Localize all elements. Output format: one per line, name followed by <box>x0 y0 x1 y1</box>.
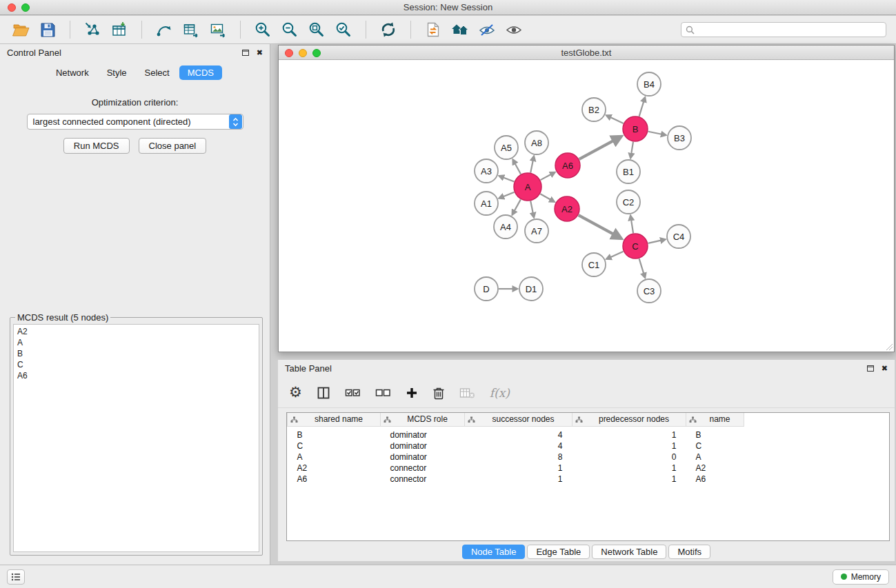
close-window-button[interactable] <box>8 3 16 12</box>
show-panels-button[interactable] <box>7 569 25 585</box>
graph-node-B2[interactable]: B2 <box>582 98 606 121</box>
search-input[interactable] <box>698 25 882 34</box>
optimization-dropdown[interactable]: largest connected component (directed) <box>27 114 243 130</box>
save-session-button[interactable] <box>37 19 59 41</box>
zoom-selected-button[interactable] <box>332 19 355 41</box>
graph-edge-C-C1[interactable] <box>610 252 624 258</box>
tab-mcds[interactable]: MCDS <box>179 65 222 80</box>
select-all-icon[interactable] <box>345 387 361 399</box>
delete-column-trash-icon[interactable] <box>432 386 445 400</box>
graph-edge-A-A5[interactable] <box>515 163 521 174</box>
network-canvas[interactable]: AA6A2BCA5A8A3A1A4A7B2B4B3B1C2C4C1C3DD1 <box>279 61 894 352</box>
import-table-button[interactable] <box>108 19 130 41</box>
graph-edge-A-A3[interactable] <box>502 177 514 182</box>
graph-node-A7[interactable]: A7 <box>525 219 548 243</box>
tab-select[interactable]: Select <box>137 65 178 80</box>
graph-edge-A2-C[interactable] <box>579 215 615 235</box>
table-row[interactable]: A6connector11A6 <box>288 474 890 485</box>
graph-node-A2[interactable]: A2 <box>555 196 579 221</box>
export-image-button[interactable] <box>207 19 229 41</box>
table-row[interactable]: Bdominator41B <box>288 429 890 440</box>
first-neighbors-button[interactable] <box>153 19 175 41</box>
graph-node-B4[interactable]: B4 <box>637 72 661 96</box>
graph-edge-B-B3[interactable] <box>648 132 663 134</box>
zoom-network-window-button[interactable] <box>312 49 321 57</box>
graph-edge-A-A2[interactable] <box>540 194 551 200</box>
tab-edge-table[interactable]: Edge Table <box>527 545 590 559</box>
zoom-in-button[interactable] <box>252 19 274 41</box>
close-network-window-button[interactable] <box>285 49 293 57</box>
table-row[interactable]: A2connector11A2 <box>288 463 890 474</box>
float-panel-icon[interactable] <box>242 50 249 56</box>
mcds-result-item[interactable]: A2 <box>17 326 255 337</box>
open-network-document-button[interactable] <box>422 19 444 41</box>
graph-node-A5[interactable]: A5 <box>495 136 518 159</box>
tab-motifs[interactable]: Motifs <box>668 545 710 559</box>
graph-node-B3[interactable]: B3 <box>668 126 691 150</box>
mcds-result-item[interactable]: A6 <box>17 370 255 381</box>
column-header[interactable]: MCDS role <box>381 413 465 426</box>
open-session-button[interactable] <box>10 19 32 41</box>
graph-node-B1[interactable]: B1 <box>617 160 640 183</box>
table-row[interactable]: Cdominator41C <box>288 440 890 452</box>
graph-edge-A6-B[interactable] <box>579 140 615 159</box>
graph-edge-A-A8[interactable] <box>530 159 533 172</box>
import-network-from-table-button[interactable] <box>180 19 202 41</box>
toggle-annotations-button[interactable] <box>476 19 498 41</box>
resize-grip-icon[interactable] <box>885 343 893 351</box>
memory-button[interactable]: Memory <box>833 569 889 585</box>
zoom-out-button[interactable] <box>279 19 301 41</box>
column-header[interactable]: predecessor nodes <box>573 413 686 426</box>
graph-node-C4[interactable]: C4 <box>667 225 690 248</box>
show-columns-icon[interactable] <box>317 386 330 400</box>
zoom-window-button[interactable] <box>21 3 30 12</box>
graph-node-C1[interactable]: C1 <box>582 253 606 276</box>
table-settings-gear-icon[interactable]: ⚙ <box>289 385 302 400</box>
close-table-panel-icon[interactable]: ✖ <box>882 365 888 372</box>
graph-edge-A-A4[interactable] <box>514 199 521 212</box>
graph-node-A[interactable]: A <box>514 173 541 201</box>
tab-style[interactable]: Style <box>99 65 135 80</box>
graph-node-C[interactable]: C <box>623 234 648 258</box>
mcds-result-item[interactable]: A <box>17 337 255 348</box>
mcds-result-item[interactable]: C <box>17 359 255 370</box>
column-header[interactable]: name <box>686 413 744 426</box>
graph-edge-A-A6[interactable] <box>541 174 552 180</box>
tab-network-table[interactable]: Network Table <box>592 545 666 559</box>
new-network-from-selection-button[interactable] <box>81 19 103 41</box>
tab-node-table[interactable]: Node Table <box>462 545 526 559</box>
refresh-network-button[interactable] <box>377 19 399 41</box>
deselect-all-icon[interactable] <box>375 387 391 399</box>
graph-edge-B-B4[interactable] <box>639 101 644 116</box>
tab-network[interactable]: Network <box>48 65 97 80</box>
graph-edge-C-C3[interactable] <box>639 258 644 274</box>
graph-node-A1[interactable]: A1 <box>475 192 498 215</box>
table-row[interactable]: Adominator80A <box>288 452 890 463</box>
graph-node-C3[interactable]: C3 <box>637 279 661 303</box>
graph-node-D1[interactable]: D1 <box>519 277 543 301</box>
graph-node-A8[interactable]: A8 <box>525 131 548 154</box>
toggle-graphics-details-button[interactable] <box>503 19 525 41</box>
home-view-button[interactable] <box>449 19 471 41</box>
graph-edge-B-B1[interactable] <box>631 142 633 155</box>
graph-edge-A-A1[interactable] <box>502 192 514 197</box>
minimize-network-window-button[interactable] <box>299 49 307 57</box>
graph-edge-A-A7[interactable] <box>530 201 533 214</box>
graph-node-A3[interactable]: A3 <box>475 159 498 183</box>
column-header[interactable]: shared name <box>288 413 381 426</box>
graph-node-A4[interactable]: A4 <box>494 215 517 239</box>
mcds-result-item[interactable]: B <box>17 348 255 359</box>
graph-node-A6[interactable]: A6 <box>555 153 580 178</box>
close-panel-button[interactable]: Close panel <box>139 138 207 154</box>
zoom-fit-button[interactable] <box>306 19 328 41</box>
graph-edge-C-C4[interactable] <box>648 240 662 243</box>
column-header[interactable]: successor nodes <box>465 413 573 426</box>
graph-edge-C-C2[interactable] <box>631 219 633 234</box>
graph-edge-B-B2[interactable] <box>610 117 624 123</box>
graph-node-C2[interactable]: C2 <box>617 190 640 214</box>
run-mcds-button[interactable]: Run MCDS <box>63 138 130 154</box>
float-table-panel-icon[interactable] <box>867 365 874 372</box>
graph-node-D[interactable]: D <box>475 277 498 301</box>
graph-node-B[interactable]: B <box>623 116 648 141</box>
close-panel-icon[interactable]: ✖ <box>257 49 263 57</box>
